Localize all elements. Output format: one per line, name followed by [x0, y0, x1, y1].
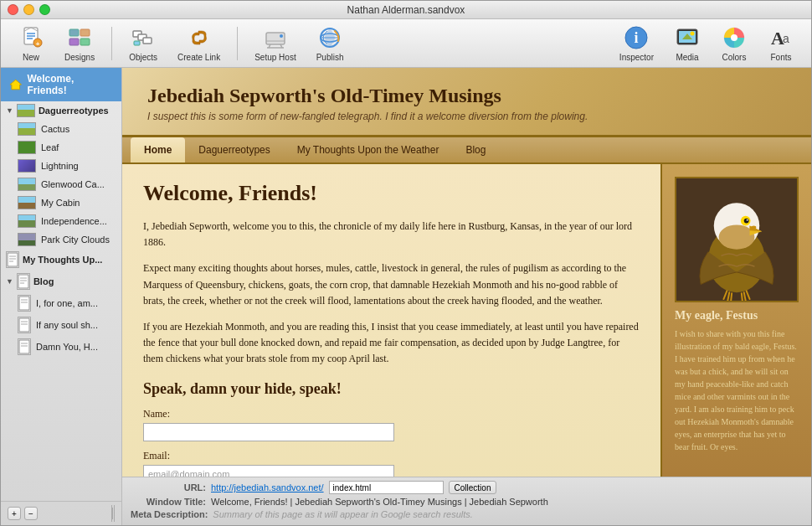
colors-button[interactable]: Colors [712, 21, 756, 65]
site-body: Welcome, Friends! I, Jebediah Sepworth, … [122, 164, 811, 477]
fonts-icon: A a [768, 24, 794, 51]
colors-label: Colors [722, 53, 747, 62]
blog3-label: Damn You, H... [36, 342, 98, 352]
window-title-row: Window Title: Welcome, Friends! | Jebedi… [131, 497, 803, 507]
leaf-thumb [18, 141, 36, 154]
nav-daguerreotypes[interactable]: Daguerreotypes [185, 137, 283, 162]
svg-point-54 [719, 224, 755, 249]
sidebar-item-cabin[interactable]: My Cabin [1, 193, 121, 212]
site-main: Welcome, Friends! I, Jebediah Sepworth, … [122, 164, 660, 477]
site-sidebar-right: My eagle, Festus I wish to share with yo… [660, 164, 811, 477]
eagle-image [675, 177, 799, 302]
toolbar-divider-1 [111, 27, 112, 60]
thoughts-label: My Thoughts Up... [23, 255, 102, 265]
email-input[interactable] [143, 465, 394, 477]
sidebar-welcome-item[interactable]: Welcome, Friends! [1, 68, 121, 101]
page-paragraph-1: I, Jebediah Sepworth, welcome you to thi… [143, 219, 640, 250]
cabin-thumb [18, 196, 36, 209]
objects-label: Objects [129, 53, 157, 62]
sidebar-item-cactus[interactable]: Cactus [1, 120, 121, 138]
blog2-icon [18, 317, 31, 333]
url-label: URL: [131, 482, 206, 492]
add-page-button[interactable]: + [8, 507, 21, 520]
svg-rect-12 [143, 38, 152, 44]
sidebar-item-leaf[interactable]: Leaf [1, 138, 121, 157]
svg-marker-33 [10, 80, 21, 90]
daguerreotypes-thumb [17, 104, 35, 117]
designs-button[interactable]: Designs [56, 21, 103, 65]
toolbar: + New Designs [1, 19, 811, 68]
main-area: Welcome, Friends! ▼ Daguerreotypes Cactu… [1, 68, 811, 525]
sidebar-blog-item-3[interactable]: Damn You, H... [1, 336, 121, 358]
remove-page-button[interactable]: − [24, 507, 38, 520]
svg-rect-8 [69, 39, 79, 45]
svg-text:i: i [635, 29, 639, 46]
svg-rect-42 [19, 297, 29, 310]
window-title: Nathan Alderman.sandvox [347, 4, 465, 16]
new-button[interactable]: + New [9, 21, 53, 65]
svg-rect-7 [80, 29, 90, 36]
park-thumb [18, 233, 36, 246]
resize-handle[interactable] [111, 505, 115, 522]
website-frame[interactable]: Jebediah Sepworth's Old-Timey Musings I … [122, 68, 811, 477]
close-button[interactable] [8, 4, 18, 15]
window-title-label: Window Title: [131, 497, 206, 507]
sidebar: Welcome, Friends! ▼ Daguerreotypes Cactu… [1, 68, 122, 525]
website-inner: Jebediah Sepworth's Old-Timey Musings I … [122, 68, 811, 477]
sidebar-blog-item-1[interactable]: I, for one, am... [1, 292, 121, 314]
nav-home[interactable]: Home [131, 137, 185, 162]
daguerreotypes-label: Daguerreotypes [39, 106, 109, 116]
blog1-icon [18, 295, 31, 312]
objects-button[interactable]: Objects [126, 24, 161, 62]
glenwood-label: Glenwood Ca... [41, 179, 105, 189]
sidebar-blog-item-2[interactable]: If any soul sh... [1, 314, 121, 336]
create-link-button[interactable]: Create Link [174, 24, 224, 62]
setup-host-button[interactable]: Setup Host [246, 21, 304, 65]
collection-button[interactable]: Collection [449, 481, 497, 494]
cactus-label: Cactus [41, 124, 69, 134]
sidebar-item-park[interactable]: Park City Clouds [1, 230, 121, 249]
sidebar-item-independence[interactable]: Independence... [1, 212, 121, 230]
svg-rect-34 [8, 253, 18, 266]
setup-host-icon [262, 24, 289, 51]
sidebar-item-lightning[interactable]: Lightning [1, 157, 121, 175]
svg-point-19 [280, 34, 283, 38]
sidebar-welcome-label: Welcome, Friends! [27, 73, 113, 96]
svg-rect-45 [19, 318, 29, 332]
sidebar-thoughts-header[interactable]: My Thoughts Up... [1, 249, 121, 271]
fonts-button[interactable]: A a Fonts [759, 21, 803, 65]
objects-icons: Objects Create Link [126, 24, 224, 62]
content-area: Jebediah Sepworth's Old-Timey Musings I … [122, 68, 811, 525]
widget-body: I wish to share with you this fine illus… [675, 327, 799, 453]
minimize-button[interactable] [23, 4, 34, 15]
meta-value: Summary of this page as it will appear i… [213, 509, 473, 519]
sidebar-daguerreotypes-header[interactable]: ▼ Daguerreotypes [1, 101, 121, 120]
sidebar-item-glenwood[interactable]: Glenwood Ca... [1, 175, 121, 193]
blog-label: Blog [33, 276, 54, 286]
glenwood-thumb [18, 178, 36, 191]
setup-host-label: Setup Host [254, 53, 296, 62]
nav-thoughts[interactable]: My Thoughts Upon the Weather [284, 137, 453, 162]
publish-button[interactable]: Publish [308, 21, 352, 65]
form-title: Speak, damn your hide, speak! [143, 380, 640, 398]
sidebar-blog-header[interactable]: ▼ Blog [1, 271, 121, 292]
url-row: URL: http://jebediah.sandvox.net/ Collec… [131, 481, 803, 494]
media-button[interactable]: Media [666, 21, 709, 65]
blog1-label: I, for one, am... [36, 298, 98, 308]
svg-point-28 [691, 32, 695, 36]
name-input[interactable] [143, 423, 394, 441]
objects-group: Objects Create Link [121, 21, 229, 65]
media-label: Media [676, 53, 698, 62]
nav-blog[interactable]: Blog [452, 137, 499, 162]
email-label: Email: [143, 450, 640, 462]
create-link-label: Create Link [177, 53, 220, 62]
svg-rect-9 [80, 39, 90, 45]
objects-icon [130, 24, 157, 51]
name-label: Name: [143, 408, 640, 420]
maximize-button[interactable] [39, 4, 50, 15]
url-value[interactable]: http://jebediah.sandvox.net/ [211, 482, 324, 492]
blog-expand-icon: ▼ [6, 277, 13, 286]
sidebar-bottom-bar: + − [1, 501, 121, 525]
url-file-input[interactable] [329, 481, 444, 494]
inspector-button[interactable]: i Inspector [611, 21, 662, 65]
